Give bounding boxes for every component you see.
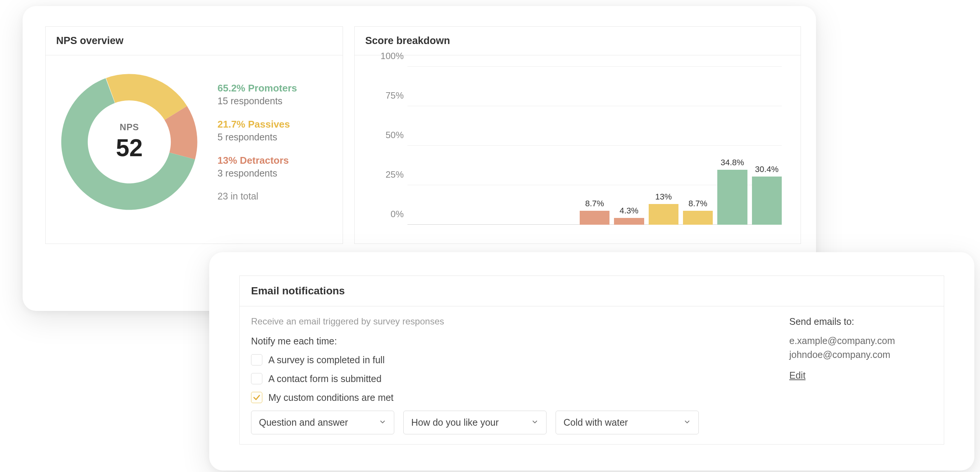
email-subtitle: Receive an email triggered by survey res… <box>251 316 774 327</box>
chevron-down-icon <box>683 417 691 428</box>
y-tick-label: 50% <box>370 130 404 140</box>
y-tick-label: 75% <box>370 90 404 101</box>
nps-score: 52 <box>116 134 143 162</box>
bar-col-4 <box>545 67 575 225</box>
condition-select-0[interactable]: Question and answer <box>251 411 394 434</box>
bar-col-3 <box>511 67 541 225</box>
legend-detractors-sub: 3 respondents <box>218 168 297 179</box>
notify-section-label: Notify me each time: <box>251 336 774 347</box>
score-breakdown-panel: Score breakdown 8.7%4.3%13%8.7%34.8%30.4… <box>354 26 801 244</box>
y-tick-label: 100% <box>370 51 404 61</box>
select-value: How do you like your <box>411 417 499 428</box>
bar-label: 34.8% <box>717 158 747 168</box>
legend-promoters-title: 65.2% Promoters <box>218 82 297 94</box>
bar <box>580 211 609 225</box>
nps-title: NPS overview <box>46 27 343 55</box>
legend-promoters-sub: 15 respondents <box>218 96 297 106</box>
legend-detractors-title: 13% Detractors <box>218 155 297 166</box>
email-title: Email notifications <box>240 276 944 306</box>
bar-col-1 <box>442 67 471 225</box>
legend-passives: 21.7% Passives 5 respondents <box>218 119 297 143</box>
chevron-down-icon <box>531 417 539 428</box>
legend-passives-title: 21.7% Passives <box>218 119 297 130</box>
legend-total: 23 in total <box>218 191 297 202</box>
send-emails-to-label: Send emails to: <box>789 316 932 327</box>
nps-center-label: NPS <box>120 122 139 133</box>
bar-col-10: 30.4% <box>752 67 782 225</box>
bar-label: 4.3% <box>614 206 644 216</box>
nps-donut-chart: NPS 52 <box>58 70 201 214</box>
y-tick-label: 0% <box>370 209 404 219</box>
select-value: Cold with water <box>563 417 628 428</box>
recipient-email: e.xample@company.com <box>789 335 932 346</box>
bar-label: 8.7% <box>683 199 713 209</box>
bar <box>717 170 747 225</box>
bar <box>752 177 782 225</box>
y-tick-label: 25% <box>370 169 404 180</box>
condition-select-1[interactable]: How do you like your <box>403 411 547 434</box>
bar-label: 8.7% <box>580 199 609 209</box>
email-notifications-panel: Email notifications Receive an email tri… <box>239 276 944 445</box>
legend-passives-sub: 5 respondents <box>218 132 297 143</box>
notify-option-checkbox-2[interactable] <box>251 392 262 403</box>
nps-overview-panel: NPS overview NPS 52 65.2% Promoters 15 r… <box>45 26 343 244</box>
bar-col-8: 8.7% <box>683 67 713 225</box>
email-notifications-card: Email notifications Receive an email tri… <box>209 252 974 470</box>
bar <box>614 218 644 225</box>
bar-col-2 <box>476 67 506 225</box>
recipient-email: johndoe@company.com <box>789 349 932 360</box>
notify-option-row: My custom conditions are met <box>251 392 774 403</box>
bar-label: 30.4% <box>752 165 782 174</box>
bar <box>683 211 713 225</box>
score-breakdown-chart: 8.7%4.3%13%8.7%34.8%30.4% 0%25%50%75%100… <box>370 67 786 236</box>
legend-promoters: 65.2% Promoters 15 respondents <box>218 82 297 106</box>
bar-col-5: 8.7% <box>580 67 609 225</box>
bar-col-0 <box>407 67 437 225</box>
check-icon <box>253 393 261 402</box>
bar-label: 13% <box>649 192 678 202</box>
bar <box>649 204 678 225</box>
legend-detractors: 13% Detractors 3 respondents <box>218 155 297 179</box>
bar-col-9: 34.8% <box>717 67 747 225</box>
bar-col-7: 13% <box>649 67 678 225</box>
nps-legend: 65.2% Promoters 15 respondents 21.7% Pas… <box>218 82 297 202</box>
notify-option-row: A contact form is submitted <box>251 373 774 384</box>
notify-option-checkbox-0[interactable] <box>251 354 262 366</box>
chevron-down-icon <box>379 417 387 428</box>
notify-option-label: A survey is completed in full <box>268 355 385 366</box>
condition-select-2[interactable]: Cold with water <box>555 411 699 434</box>
notify-option-checkbox-1[interactable] <box>251 373 262 384</box>
edit-recipients-link[interactable]: Edit <box>789 370 805 381</box>
score-breakdown-title: Score breakdown <box>355 27 800 55</box>
select-value: Question and answer <box>259 417 348 428</box>
bar-col-6: 4.3% <box>614 67 644 225</box>
notify-option-label: A contact form is submitted <box>268 374 382 384</box>
notify-option-row: A survey is completed in full <box>251 354 774 366</box>
notify-option-label: My custom conditions are met <box>268 392 393 403</box>
